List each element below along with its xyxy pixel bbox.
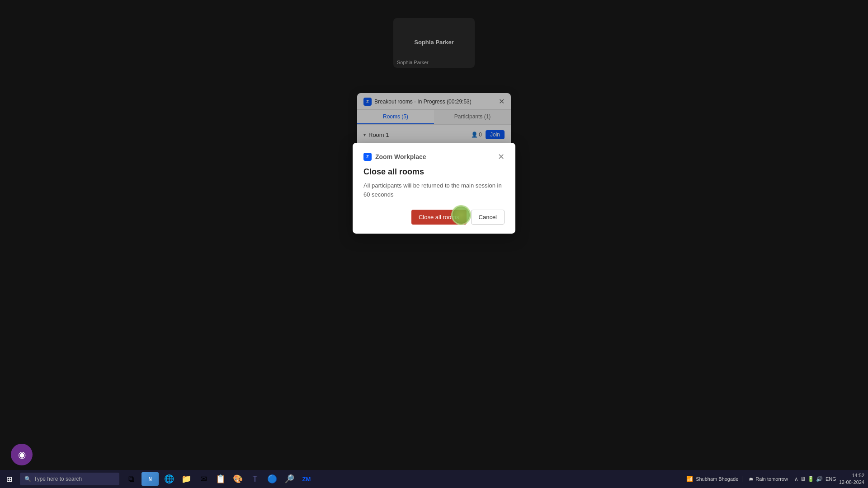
taskbar-chrome-icon[interactable]: 🔵 [264, 471, 280, 487]
signal-icon: 📶 [686, 476, 693, 482]
taskbar-datetime[interactable]: 14:52 12-08-2024 [839, 472, 864, 486]
modal-zoom-logo-icon: Z [363, 153, 372, 161]
modal-overlay[interactable] [0, 0, 868, 470]
close-all-rooms-modal: Z Zoom Workplace ✕ Close all rooms All p… [353, 143, 515, 234]
modal-main-title: Close all rooms [363, 167, 505, 177]
taskbar-search-box[interactable]: 🔍 Type here to search [20, 473, 119, 485]
modal-close-icon[interactable]: ✕ [498, 152, 505, 162]
taskbar-task-view-icon[interactable]: ⧉ [123, 471, 139, 487]
taskbar: ⊞ 🔍 Type here to search ⧉ N 🌐 📁 ✉ 📋 🎨 T [0, 470, 868, 488]
left-app-icon[interactable]: ◉ [11, 444, 33, 465]
news-icon: N [142, 472, 159, 486]
taskbar-right: 📶 Shubham Bhogade 🌧 Rain tomorrow ∧ 🖥 🔋 … [683, 472, 868, 486]
battery-icon: 🔋 [807, 476, 814, 482]
taskbar-search-icon: 🔍 [24, 476, 31, 482]
taskbar-date-value: 12-08-2024 [839, 479, 864, 486]
taskbar-edge-icon[interactable]: 🌐 [161, 471, 177, 487]
volume-icon[interactable]: 🔊 [816, 476, 823, 482]
taskbar-misc-icon[interactable]: 📋 [212, 471, 229, 487]
weather-icon: 🌧 [749, 476, 754, 482]
weather-label: Rain tomorrow [755, 476, 788, 482]
taskbar-user-label: Shubham Bhogade [696, 476, 738, 482]
taskbar-search-app-icon[interactable]: 🔎 [281, 471, 297, 487]
cursor-indicator [451, 205, 471, 225]
modal-description: All participants will be returned to the… [363, 181, 505, 199]
taskbar-app-icons: ⧉ N 🌐 📁 ✉ 📋 🎨 T 🔵 🔎 ZM [123, 471, 315, 487]
modal-actions: Close all rooms Cancel [363, 210, 505, 225]
chevron-up-icon[interactable]: ∧ [794, 476, 798, 482]
taskbar-weather-widget[interactable]: 🌧 Rain tomorrow [745, 474, 792, 483]
taskbar-user-info: 📶 Shubham Bhogade [683, 476, 742, 482]
taskbar-explorer-icon[interactable]: 📁 [178, 471, 194, 487]
taskbar-lang: ENG [826, 476, 836, 482]
taskbar-paint-icon[interactable]: 🎨 [230, 471, 246, 487]
cursor-circle [451, 205, 471, 225]
start-button[interactable]: ⊞ [0, 470, 18, 488]
app-icon-symbol: ◉ [18, 449, 26, 460]
windows-icon: ⊞ [6, 475, 12, 483]
taskbar-system-icons: ∧ 🖥 🔋 🔊 [794, 476, 823, 482]
taskbar-time-value: 14:52 [839, 472, 864, 479]
modal-title-text: Zoom Workplace [375, 153, 426, 160]
taskbar-search-placeholder: Type here to search [34, 476, 82, 482]
taskbar-teams-icon[interactable]: T [247, 471, 263, 487]
taskbar-news-widget[interactable]: N [140, 471, 160, 487]
taskbar-mail-icon[interactable]: ✉ [195, 471, 212, 487]
taskbar-zoom-icon[interactable]: ZM [298, 471, 315, 487]
modal-header: Z Zoom Workplace ✕ [363, 152, 505, 162]
modal-cancel-button[interactable]: Cancel [471, 210, 505, 225]
network-tray-icon[interactable]: 🖥 [800, 476, 806, 482]
